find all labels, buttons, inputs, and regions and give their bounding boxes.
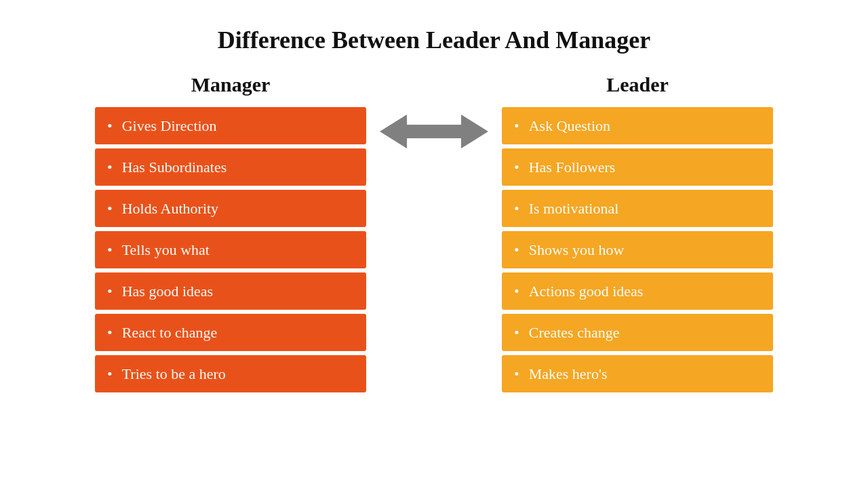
bullet-icon: • bbox=[514, 367, 519, 382]
manager-column: Manager •Gives Direction•Has Subordinate… bbox=[95, 73, 366, 392]
bullet-icon: • bbox=[514, 325, 519, 340]
page-title: Difference Between Leader And Manager bbox=[218, 26, 651, 54]
manager-item-text: Gives Direction bbox=[122, 117, 217, 135]
leader-list-item: •Ask Question bbox=[502, 107, 773, 144]
manager-item-text: Holds Authority bbox=[122, 200, 218, 218]
manager-list: •Gives Direction•Has Subordinates•Holds … bbox=[95, 107, 366, 392]
bullet-icon: • bbox=[107, 243, 113, 258]
columns-wrapper: Manager •Gives Direction•Has Subordinate… bbox=[0, 73, 868, 392]
leader-list-item: •Actions good ideas bbox=[502, 272, 773, 310]
bullet-icon: • bbox=[107, 119, 113, 134]
bullet-icon: • bbox=[107, 325, 113, 340]
leader-item-text: Is motivational bbox=[529, 200, 619, 218]
arrow-area bbox=[366, 111, 502, 152]
double-arrow-icon bbox=[380, 111, 488, 152]
manager-list-item: •Tries to be a hero bbox=[95, 355, 366, 392]
leader-heading: Leader bbox=[606, 73, 669, 96]
leader-item-text: Ask Question bbox=[529, 117, 610, 135]
bullet-icon: • bbox=[107, 160, 113, 175]
manager-heading: Manager bbox=[191, 73, 271, 96]
manager-list-item: •Holds Authority bbox=[95, 190, 366, 227]
leader-column: Leader •Ask Question•Has Followers•Is mo… bbox=[502, 73, 773, 392]
leader-list-item: •Has Followers bbox=[502, 148, 773, 186]
manager-item-text: Has Subordinates bbox=[122, 159, 227, 176]
leader-item-text: Shows you how bbox=[529, 241, 625, 259]
leader-list: •Ask Question•Has Followers•Is motivatio… bbox=[502, 107, 773, 392]
leader-list-item: •Is motivational bbox=[502, 190, 773, 227]
bullet-icon: • bbox=[107, 201, 113, 216]
leader-item-text: Has Followers bbox=[529, 159, 616, 176]
manager-item-text: Tries to be a hero bbox=[122, 365, 226, 383]
bullet-icon: • bbox=[514, 160, 519, 175]
leader-item-text: Actions good ideas bbox=[529, 283, 644, 300]
manager-item-text: Tells you what bbox=[122, 241, 210, 259]
manager-list-item: •Gives Direction bbox=[95, 107, 366, 144]
bullet-icon: • bbox=[107, 367, 113, 382]
manager-list-item: •Has Subordinates bbox=[95, 148, 366, 186]
leader-item-text: Creates change bbox=[529, 324, 620, 342]
bullet-icon: • bbox=[514, 243, 519, 258]
manager-item-text: React to change bbox=[122, 324, 218, 342]
bullet-icon: • bbox=[107, 284, 113, 299]
manager-item-text: Has good ideas bbox=[122, 283, 213, 300]
manager-list-item: •React to change bbox=[95, 314, 366, 351]
bullet-icon: • bbox=[514, 284, 519, 299]
bullet-icon: • bbox=[514, 119, 519, 134]
svg-marker-0 bbox=[380, 115, 488, 148]
leader-list-item: •Makes hero's bbox=[502, 355, 773, 392]
manager-list-item: •Tells you what bbox=[95, 231, 366, 268]
bullet-icon: • bbox=[514, 201, 519, 216]
leader-item-text: Makes hero's bbox=[529, 365, 608, 383]
leader-list-item: •Creates change bbox=[502, 314, 773, 351]
manager-list-item: •Has good ideas bbox=[95, 272, 366, 310]
leader-list-item: •Shows you how bbox=[502, 231, 773, 268]
